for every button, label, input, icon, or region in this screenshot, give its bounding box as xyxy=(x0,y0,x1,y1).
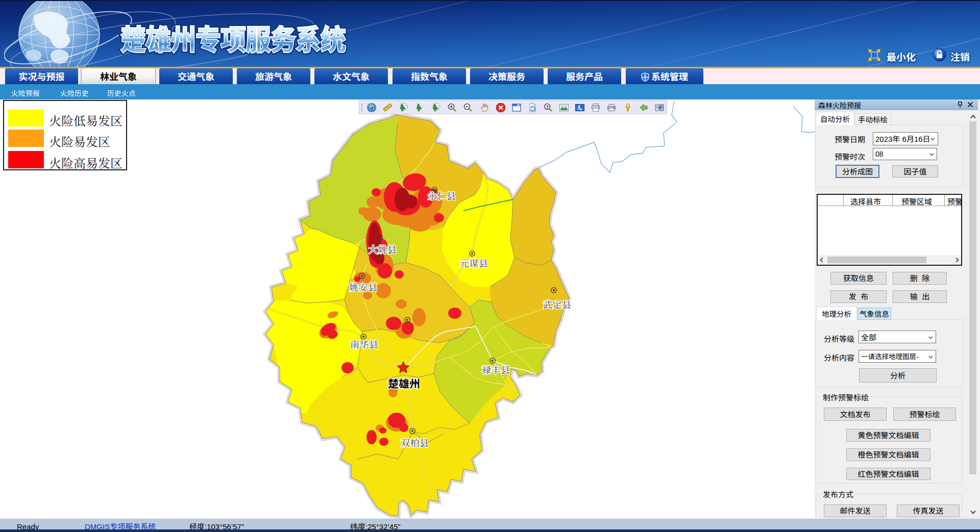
svg-text:元谋县: 元谋县 xyxy=(460,256,488,269)
svg-text:南华县: 南华县 xyxy=(350,337,379,350)
svg-text:武定县: 武定县 xyxy=(543,297,572,311)
svg-text:楚雄州: 楚雄州 xyxy=(388,375,420,391)
svg-text:永仁县: 永仁县 xyxy=(428,189,456,202)
svg-text:大姚县: 大姚县 xyxy=(369,242,397,256)
svg-text:禄丰县: 禄丰县 xyxy=(482,363,510,376)
svg-text:?: ? xyxy=(546,105,549,110)
svg-text:姚安县: 姚安县 xyxy=(349,280,378,293)
svg-text:双柏县: 双柏县 xyxy=(401,436,429,449)
